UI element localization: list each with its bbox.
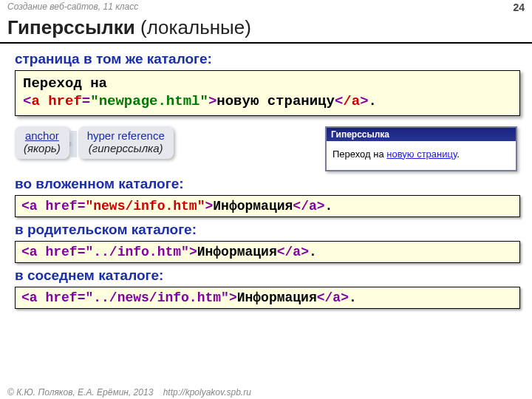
slide-title: Гиперссылки (локальные) bbox=[0, 15, 532, 44]
href-russian: (гиперссылка) bbox=[89, 142, 163, 154]
browser-body: Переход на новую страницу. bbox=[327, 141, 516, 170]
footer-url: http://kpolyakov.spb.ru bbox=[163, 387, 251, 398]
anchor-english: anchor bbox=[25, 129, 59, 142]
browser-titlebar: Гиперссылка bbox=[327, 128, 516, 141]
code-example-1: Переход на a href="newpage.html"новую ст… bbox=[15, 70, 520, 116]
label-same-dir: страница в том же каталоге: bbox=[15, 51, 520, 67]
code-example-3: a href="../info.htm"Информация/a. bbox=[15, 241, 520, 263]
slide-header: Создание веб-сайтов, 11 класс 24 bbox=[0, 0, 532, 15]
label-nested: во вложенном каталоге: bbox=[15, 176, 520, 192]
page-number: 24 bbox=[513, 1, 525, 13]
copyright: © К.Ю. Поляков, Е.А. Ерёмин, 2013 bbox=[7, 387, 153, 398]
browser-link[interactable]: новую страницу bbox=[386, 149, 457, 160]
pill-anchor: anchor (якорь) bbox=[15, 126, 69, 160]
pill-href: hyper reference (гиперссылка) bbox=[78, 126, 174, 160]
title-sub: (локальные) bbox=[135, 16, 251, 38]
anchor-russian: (якорь) bbox=[24, 142, 61, 154]
slide-content: страница в том же каталоге: Переход на a… bbox=[0, 44, 532, 309]
label-parent: в родительском каталоге: bbox=[15, 222, 520, 238]
label-sibling: в соседнем каталоге: bbox=[15, 267, 520, 284]
annotations-row: HREF anchor (якорь) hyper reference (гип… bbox=[15, 126, 520, 171]
course-title: Создание веб-сайтов, 11 класс bbox=[7, 1, 138, 13]
slide-footer: © К.Ю. Поляков, Е.А. Ерёмин, 2013 http:/… bbox=[7, 387, 251, 398]
code-example-4: a href="../news/info.htm"Информация/a. bbox=[15, 287, 520, 309]
browser-preview: Гиперссылка Переход на новую страницу. bbox=[325, 126, 517, 171]
href-english: hyper reference bbox=[87, 129, 165, 142]
code-example-2: a href="news/info.htm"Информация/a. bbox=[15, 195, 520, 217]
title-main: Гиперссылки bbox=[7, 16, 135, 38]
